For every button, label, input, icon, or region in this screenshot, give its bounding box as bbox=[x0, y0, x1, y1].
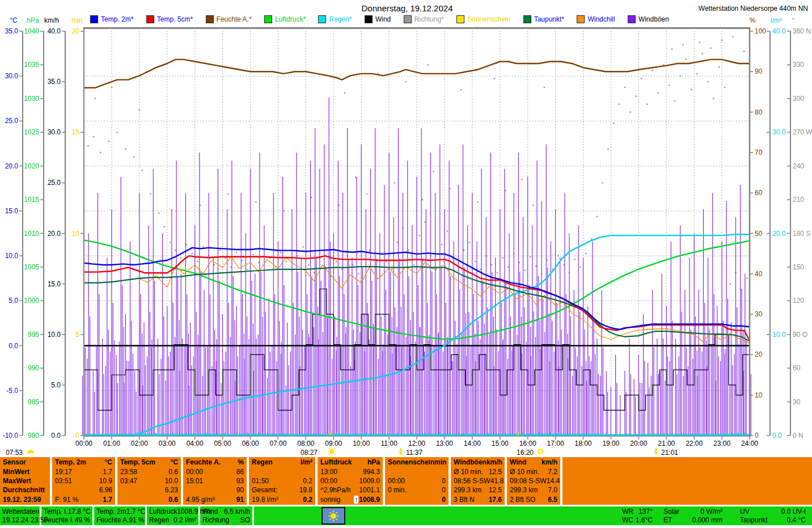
statusbar-row: 19.12.24 23:59 bbox=[0, 516, 40, 525]
table-cell: Gesamt: bbox=[252, 486, 277, 494]
svg-text:10.0: 10.0 bbox=[772, 331, 786, 339]
table-row: F: 91 %1.7 bbox=[52, 495, 115, 504]
table-row: 2 Bft SO6.5 bbox=[507, 495, 560, 504]
table-row: 00:0086 bbox=[183, 467, 247, 476]
svg-text:l/m²: l/m² bbox=[771, 16, 782, 24]
table-row bbox=[249, 467, 315, 476]
svg-text:20:00: 20:00 bbox=[630, 440, 647, 447]
svg-text:150: 150 bbox=[793, 263, 804, 271]
table-cell: 0 bbox=[442, 496, 446, 504]
svg-text:15: 15 bbox=[72, 128, 80, 136]
svg-text:40.0: 40.0 bbox=[48, 27, 61, 35]
svg-text:80: 80 bbox=[755, 108, 763, 116]
svg-text:03:00: 03:00 bbox=[159, 440, 176, 447]
svg-text:10.0: 10.0 bbox=[5, 252, 19, 260]
table-cell: Ø 10 min. bbox=[454, 468, 483, 476]
axis--right: %1009080706050403020100 bbox=[750, 16, 767, 440]
table-cell: 86 bbox=[236, 468, 244, 476]
table-cell: ^2.9hPa/h bbox=[320, 486, 351, 494]
statusbar-value: SO bbox=[240, 516, 250, 525]
statusbar-label: WR bbox=[622, 508, 633, 516]
table-cell: 2 Bft SO bbox=[510, 496, 535, 504]
table-row: LuftdruckhPa bbox=[318, 458, 383, 467]
svg-text:50: 50 bbox=[755, 230, 763, 238]
svg-text:07:00: 07:00 bbox=[269, 440, 286, 447]
statusbar-divider bbox=[252, 506, 254, 525]
axis--right: °360 N330300270 W240210180 S15012090 O60… bbox=[787, 16, 812, 440]
statusbar-value: 17.8 °C bbox=[68, 508, 91, 516]
table-cell: 03:47 bbox=[120, 477, 137, 485]
svg-text:60: 60 bbox=[793, 364, 801, 372]
statusbar-label: Feuchte I. bbox=[44, 516, 74, 525]
statusbar-label: UV bbox=[740, 508, 750, 516]
table-cell: 1001.1 bbox=[359, 486, 380, 494]
statusbar-row: Temp. 2m1.7 °C bbox=[94, 508, 145, 516]
table-row: MaxWert bbox=[0, 476, 50, 485]
table-row: 15:0193 bbox=[183, 476, 247, 485]
svg-text:10: 10 bbox=[72, 230, 80, 238]
svg-text:0: 0 bbox=[755, 432, 759, 440]
sunset-square-icon bbox=[539, 450, 543, 454]
statusbar-value: 91 % bbox=[129, 516, 144, 525]
table-cell: °C bbox=[105, 458, 112, 466]
svg-text:-10.0: -10.0 bbox=[3, 432, 19, 440]
table-row: 19.8 l/m²0.2 bbox=[249, 495, 315, 504]
table-column-feuchte-a-: Feuchte A.%00:008615:0193904.95 g/m³91 bbox=[183, 458, 247, 504]
table-cell: 08:56 S-SW bbox=[454, 477, 490, 485]
table-cell: 23:58 bbox=[120, 468, 137, 476]
summary-table: SensorMinWertMaxWertDurchschnitt19.12. 2… bbox=[0, 457, 812, 505]
svg-text:°C: °C bbox=[10, 16, 18, 24]
table-cell: Windböen bbox=[454, 458, 487, 466]
statusbar-row: Taupunkt0.4 °C bbox=[738, 516, 808, 525]
table-row: Temp. 5cm°C bbox=[117, 458, 181, 467]
table-row: MinWert bbox=[0, 467, 50, 476]
table-row: Ø 10 min.7.2 bbox=[507, 467, 560, 476]
statusbar-section-0: Wetterdaten19.12.24 23:59 bbox=[0, 508, 40, 524]
table-row: 19.12. 23:59 bbox=[0, 495, 50, 504]
table-row: 90 bbox=[183, 485, 247, 495]
table-column-temp-2m: Temp. 2m°C19:171.703:5110.96.96F: 91 %1.… bbox=[52, 458, 115, 504]
svg-text:°: ° bbox=[792, 16, 795, 24]
table-row: ^2.9hPa/h1001.1 bbox=[318, 485, 383, 495]
table-row: Ø 10 min.12.5 bbox=[451, 467, 505, 476]
svg-text:40.0: 40.0 bbox=[772, 27, 786, 35]
svg-text:30.0: 30.0 bbox=[5, 72, 19, 80]
table-cell: 0.6 bbox=[168, 496, 178, 504]
svg-text:04:00: 04:00 bbox=[187, 440, 204, 447]
statusbar-label: Temp. 2m bbox=[96, 508, 126, 516]
svg-text:1035: 1035 bbox=[24, 61, 39, 69]
svg-text:08:00: 08:00 bbox=[297, 440, 314, 447]
table-cell: MaxWert bbox=[3, 477, 31, 485]
svg-text:980: 980 bbox=[28, 432, 39, 440]
table-cell: 0 min. bbox=[388, 486, 407, 494]
statusbar-value: 0.000 mm bbox=[692, 516, 722, 525]
table-row: 08:56 S-SW41.8 bbox=[451, 476, 505, 485]
svg-text:min: min bbox=[71, 16, 82, 24]
svg-text:11:37: 11:37 bbox=[406, 449, 422, 457]
table-column-regen: Regenl/m²01:500.2Gesamt:19.819.8 l/m²0.2 bbox=[249, 458, 315, 504]
svg-text:-5.0: -5.0 bbox=[6, 387, 18, 395]
table-row: 6.23 bbox=[117, 485, 181, 495]
table-cell: Wind bbox=[510, 458, 526, 466]
table-row: Gesamt:19.8 bbox=[249, 485, 315, 495]
table-column-windb-en: Windböenkm/hØ 10 min.12.508:56 S-SW41.82… bbox=[451, 458, 505, 504]
table-row: 00:000 bbox=[385, 476, 449, 485]
table-cell: 03:51 bbox=[55, 477, 72, 485]
svg-text:15.0: 15.0 bbox=[5, 207, 19, 215]
statusbar-row: Solar0 W/m² bbox=[661, 508, 725, 516]
table-column-luftdruck: LuftdruckhPa13:00994.300:001009.0^2.9hPa… bbox=[318, 458, 383, 504]
table-cell: 299.3 km bbox=[510, 486, 538, 494]
svg-text:10.0: 10.0 bbox=[48, 331, 61, 339]
table-cell: 41.8 bbox=[490, 477, 504, 485]
svg-text:35.0: 35.0 bbox=[48, 78, 61, 86]
table-cell: 0.2 bbox=[303, 477, 312, 485]
table-cell: 1.7 bbox=[103, 496, 112, 504]
statusbar-label: Luftdruck bbox=[149, 508, 177, 516]
table-cell: 0.6 bbox=[168, 468, 178, 476]
table-cell: 3 Bft N bbox=[454, 496, 475, 504]
table-cell: Feuchte A. bbox=[186, 458, 221, 466]
statusbar-row: Feuchte I.49 % bbox=[41, 516, 92, 525]
pressure-trend-up-icon: ↑ bbox=[354, 496, 358, 504]
sunrise-sun-icon bbox=[328, 447, 336, 456]
table-cell: 0 bbox=[442, 477, 446, 485]
